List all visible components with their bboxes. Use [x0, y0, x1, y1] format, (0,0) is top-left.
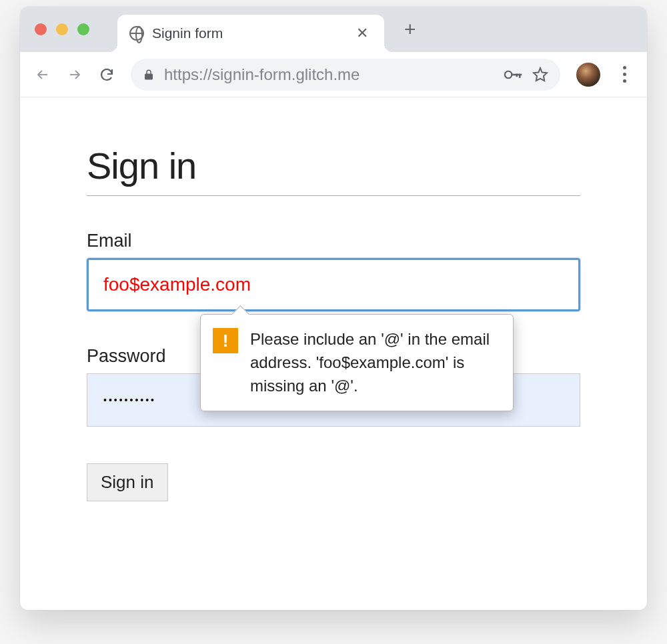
validation-tooltip: ! Please include an '@' in the email add…: [200, 314, 514, 411]
maximize-window-button[interactable]: [77, 23, 89, 35]
star-icon[interactable]: [532, 67, 548, 83]
back-button[interactable]: [29, 61, 56, 88]
browser-tab[interactable]: Signin form ✕: [117, 15, 384, 52]
signin-button[interactable]: Sign in: [87, 463, 168, 501]
close-window-button[interactable]: [35, 23, 47, 35]
globe-icon: [129, 26, 144, 41]
menu-button[interactable]: [611, 61, 638, 88]
page-title: Sign in: [87, 144, 580, 196]
svg-point-0: [505, 71, 512, 78]
lock-icon: [143, 68, 155, 81]
key-icon[interactable]: [504, 69, 523, 81]
email-field[interactable]: [87, 258, 580, 311]
reload-button[interactable]: [93, 61, 120, 88]
profile-avatar[interactable]: [576, 63, 600, 87]
titlebar: Signin form ✕ +: [20, 7, 647, 52]
url-text: https://signin-form.glitch.me: [164, 65, 495, 84]
tooltip-message: Please include an '@' in the email addre…: [250, 328, 500, 397]
tab-title: Signin form: [152, 25, 352, 41]
new-tab-button[interactable]: +: [404, 18, 416, 41]
window-controls: [35, 23, 89, 35]
close-tab-button[interactable]: ✕: [352, 25, 372, 42]
minimize-window-button[interactable]: [56, 23, 68, 35]
svg-rect-3: [516, 73, 518, 76]
page-content: Sign in Email Password Sign in ! Please …: [20, 97, 647, 548]
forward-button[interactable]: [61, 61, 88, 88]
toolbar: https://signin-form.glitch.me: [20, 52, 647, 97]
address-bar[interactable]: https://signin-form.glitch.me: [131, 59, 560, 91]
svg-rect-2: [519, 73, 521, 77]
browser-window: Signin form ✕ + https://signin-form.glit…: [20, 7, 647, 610]
kebab-icon: [623, 66, 626, 83]
email-label: Email: [87, 231, 580, 251]
warning-icon: !: [213, 328, 238, 353]
